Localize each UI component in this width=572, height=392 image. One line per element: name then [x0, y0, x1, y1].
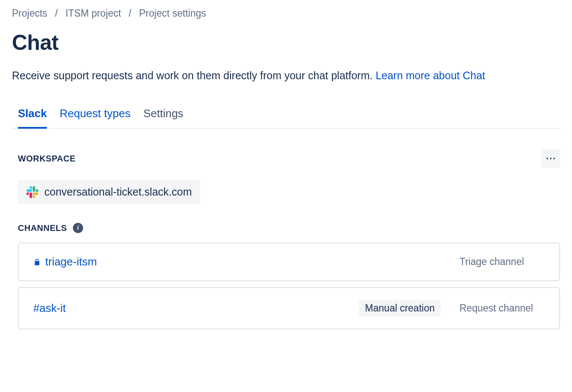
lock-icon — [33, 257, 41, 267]
more-actions-button[interactable] — [541, 149, 560, 168]
channel-type-label: Request channel — [459, 303, 545, 314]
tab-request-types[interactable]: Request types — [60, 107, 130, 129]
page-description: Receive support requests and work on the… — [12, 68, 560, 83]
workspace-section-header: WORKSPACE — [12, 149, 560, 168]
channel-type-label: Triage channel — [459, 256, 545, 268]
workspace-url: conversational-ticket.slack.com — [44, 186, 192, 198]
manual-creation-badge: Manual creation — [359, 300, 441, 317]
tabs-container: Slack Request types Settings — [12, 107, 560, 129]
learn-more-link[interactable]: Learn more about Chat — [376, 69, 485, 81]
breadcrumb: Projects / ITSM project / Project settin… — [12, 8, 560, 19]
description-text: Receive support requests and work on the… — [12, 69, 376, 81]
tab-settings[interactable]: Settings — [143, 107, 183, 129]
channel-link-triage-itsm[interactable]: triage-itsm — [45, 255, 97, 268]
channel-card-triage-itsm: triage-itsm Triage channel — [18, 242, 560, 281]
breadcrumb-itsm-project[interactable]: ITSM project — [65, 8, 121, 19]
channel-card-ask-it: #ask-it Manual creation Request channel — [18, 287, 560, 329]
breadcrumb-projects[interactable]: Projects — [12, 8, 47, 19]
breadcrumb-separator: / — [55, 8, 58, 19]
channel-link-ask-it[interactable]: #ask-it — [33, 302, 66, 315]
channels-section-header: CHANNELS i — [12, 223, 560, 233]
breadcrumb-separator: / — [129, 8, 131, 19]
workspace-chip[interactable]: conversational-ticket.slack.com — [18, 180, 200, 204]
tab-slack[interactable]: Slack — [18, 107, 47, 129]
info-icon[interactable]: i — [73, 223, 83, 233]
channels-list: triage-itsm Triage channel #ask-it Manua… — [12, 242, 560, 329]
slack-icon — [26, 186, 38, 198]
page-title: Chat — [12, 30, 560, 55]
channels-section-label: CHANNELS — [18, 223, 67, 233]
workspace-section-label: WORKSPACE — [18, 154, 75, 164]
breadcrumb-project-settings[interactable]: Project settings — [139, 8, 206, 19]
